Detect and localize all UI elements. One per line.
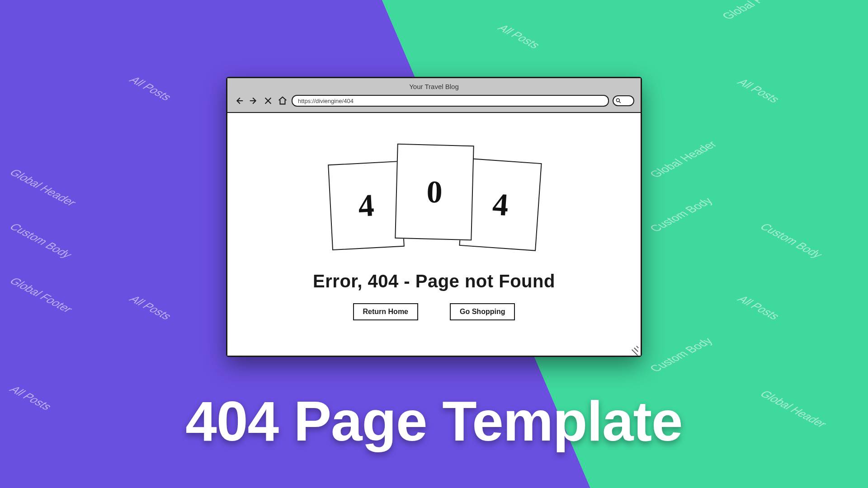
search-button[interactable]: [613, 95, 634, 106]
forward-arrow-icon[interactable]: [248, 96, 259, 106]
digit-card-4-left: 4: [328, 161, 405, 250]
return-home-button[interactable]: Return Home: [353, 303, 418, 320]
home-icon[interactable]: [277, 96, 288, 106]
error-message: Error, 404 - Page not Found: [313, 271, 555, 291]
url-text: https://diviengine/404: [298, 98, 354, 104]
page-content: 4 4 0 Error, 404 - Page not Found Return…: [227, 113, 641, 356]
back-arrow-icon[interactable]: [234, 96, 245, 106]
button-row: Return Home Go Shopping: [353, 303, 515, 320]
resize-grip-icon: [631, 346, 639, 354]
url-bar[interactable]: https://diviengine/404: [292, 95, 609, 107]
browser-toolbar: https://diviengine/404: [234, 95, 634, 107]
go-shopping-button[interactable]: Go Shopping: [450, 303, 515, 320]
digit-card-0: 0: [395, 144, 474, 240]
error-cards: 4 4 0: [321, 145, 547, 253]
browser-window: Your Travel Blog https://diviengine/404: [226, 77, 642, 357]
browser-title: Your Travel Blog: [234, 83, 634, 90]
stop-x-icon[interactable]: [263, 96, 274, 106]
svg-point-0: [616, 99, 619, 102]
headline: 404 Page Template: [0, 389, 868, 453]
browser-chrome: Your Travel Blog https://diviengine/404: [227, 78, 641, 113]
